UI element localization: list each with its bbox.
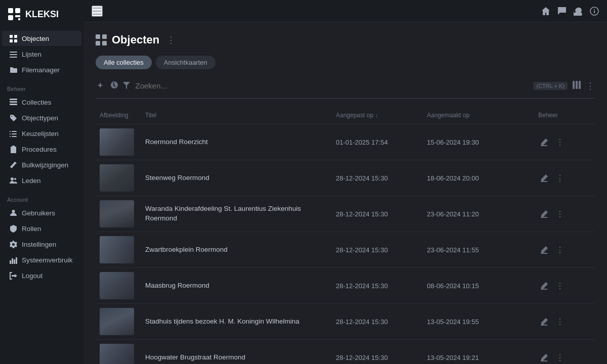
sidebar-item-procedures-label: Procedures [22, 146, 57, 153]
sidebar-item-gebruikers-label: Gebruikers [22, 209, 55, 217]
sidebar-item-systeemverbruik[interactable]: Systeemverbruik [2, 252, 81, 267]
more-button[interactable]: ⋮ [554, 351, 566, 365]
sidebar-item-leden-label: Leden [22, 177, 41, 185]
users-icon [9, 176, 17, 185]
home-button[interactable] [541, 7, 550, 16]
more-button[interactable]: ⋮ [554, 135, 566, 149]
sidebar-item-filemanager[interactable]: Filemanager [2, 62, 81, 77]
cell-aangemaakt: 13-05-2024 19:21 [423, 350, 534, 365]
cell-aangemaakt: 23-06-2024 11:20 [423, 206, 534, 222]
account-label: Account [0, 192, 83, 205]
svg-rect-7 [10, 39, 13, 42]
beheer-nav: Beheer Collecties Objecttypen [0, 81, 83, 189]
more-button[interactable]: ⋮ [554, 207, 566, 221]
more-button[interactable]: ⋮ [554, 315, 566, 329]
edit-button[interactable] [538, 172, 550, 184]
table-row: Stadhuis tijdens bezoek H. M. Koningin W… [96, 304, 595, 340]
shield-icon [9, 224, 17, 233]
edit-button[interactable] [538, 244, 550, 256]
cell-title: Hoogwater Brugstraat Roermond [141, 349, 332, 364]
filter-icon[interactable] [122, 81, 131, 90]
sidebar: KLEKSI Objecten Lijste [0, 0, 83, 364]
svg-rect-11 [10, 57, 17, 58]
sidebar-item-objecttypen[interactable]: Objecttypen [2, 110, 81, 125]
page-grid-icon [96, 34, 107, 46]
sidebar-item-collecties-label: Collecties [22, 99, 52, 106]
cell-actions: ⋮ [534, 167, 595, 189]
svg-rect-27 [16, 257, 17, 264]
sidebar-item-objecttypen-label: Objecttypen [22, 114, 58, 122]
history-icon[interactable] [110, 81, 118, 90]
folder-icon [9, 66, 17, 74]
sidebar-item-procedures[interactable]: Procedures [2, 142, 81, 157]
col-titel: Titel [141, 110, 332, 121]
cell-aangepast: 28-12-2024 15:30 [332, 170, 423, 186]
cell-aangepast: 01-01-2025 17:54 [332, 134, 423, 150]
cell-title: Stadhuis tijdens bezoek H. M. Koningin W… [141, 313, 332, 331]
sidebar-item-collecties[interactable]: Collecties [2, 95, 81, 110]
thumbnail [100, 308, 134, 335]
svg-rect-19 [10, 133, 11, 134]
sidebar-item-rollen-label: Rollen [22, 225, 41, 233]
filter-alle-collecties[interactable]: Alle collecties [96, 56, 152, 69]
sidebar-item-objecten[interactable]: Objecten [2, 31, 81, 46]
menu-button[interactable] [92, 6, 103, 17]
thumbnail [100, 200, 134, 228]
svg-rect-32 [594, 11, 595, 13]
filter-ansichtkaarten[interactable]: Ansichtkaarten [156, 56, 215, 69]
thumbnail [100, 128, 134, 156]
edit-button[interactable] [538, 208, 550, 220]
cell-actions: ⋮ [534, 347, 595, 365]
more-button[interactable]: ⋮ [554, 171, 566, 185]
col-aangepast-op[interactable]: Aangepast op ↓ [332, 110, 423, 121]
svg-rect-4 [18, 18, 20, 20]
svg-rect-29 [93, 11, 102, 12]
page-title-row: Objecten ⋮ [96, 32, 595, 48]
columns-icon[interactable] [573, 81, 581, 90]
edit-button[interactable] [538, 316, 550, 328]
more-button[interactable]: ⋮ [554, 279, 566, 293]
logo-icon [7, 7, 21, 21]
tag-icon [9, 114, 17, 122]
sidebar-item-lijsten[interactable]: Lijsten [2, 47, 81, 62]
sidebar-item-instellingen[interactable]: Instellingen [2, 237, 81, 252]
search-input[interactable] [136, 81, 529, 90]
svg-rect-16 [12, 133, 17, 134]
svg-rect-35 [102, 34, 107, 39]
svg-rect-40 [579, 81, 581, 89]
svg-rect-38 [573, 81, 575, 89]
table-row: Steenweg Roermond 28-12-2024 15:30 18-06… [96, 160, 595, 196]
app-name: KLEKSI [25, 9, 59, 20]
editbulk-icon [9, 161, 17, 169]
svg-point-22 [14, 178, 16, 180]
more-button[interactable]: ⋮ [554, 243, 566, 257]
sidebar-item-leden[interactable]: Leden [2, 173, 81, 188]
topbar-left [92, 6, 103, 17]
edit-button[interactable] [538, 352, 550, 363]
svg-rect-1 [15, 8, 20, 13]
add-button[interactable]: + [96, 79, 105, 92]
sidebar-item-logout[interactable]: Logout [2, 268, 81, 283]
sidebar-item-lijsten-label: Lijsten [22, 51, 41, 58]
refresh-button[interactable] [574, 7, 583, 16]
sidebar-item-objecten-label: Objecten [22, 35, 49, 42]
info-button[interactable] [590, 7, 599, 16]
chart-icon [9, 256, 17, 264]
svg-rect-14 [10, 104, 17, 105]
edit-button[interactable] [538, 136, 550, 148]
chat-button[interactable] [557, 7, 567, 16]
sidebar-item-rollen[interactable]: Rollen [2, 221, 81, 236]
sidebar-item-keuzelijsten[interactable]: Keuzelijsten [2, 126, 81, 141]
topbar [83, 0, 607, 22]
sidebar-item-bulkwijzigingen-label: Bulkwijzigingen [22, 161, 68, 169]
svg-rect-26 [14, 259, 15, 264]
svg-rect-36 [96, 41, 100, 46]
cell-actions: ⋮ [534, 203, 595, 225]
settings-icon [9, 240, 17, 248]
more-options-icon[interactable]: ⋮ [586, 80, 595, 92]
page-options-button[interactable]: ⋮ [164, 32, 178, 48]
edit-button[interactable] [538, 280, 550, 292]
sidebar-item-gebruikers[interactable]: Gebruikers [2, 205, 81, 220]
sidebar-item-bulkwijzigingen[interactable]: Bulkwijzigingen [2, 157, 81, 172]
sidebar-item-instellingen-label: Instellingen [22, 241, 56, 248]
